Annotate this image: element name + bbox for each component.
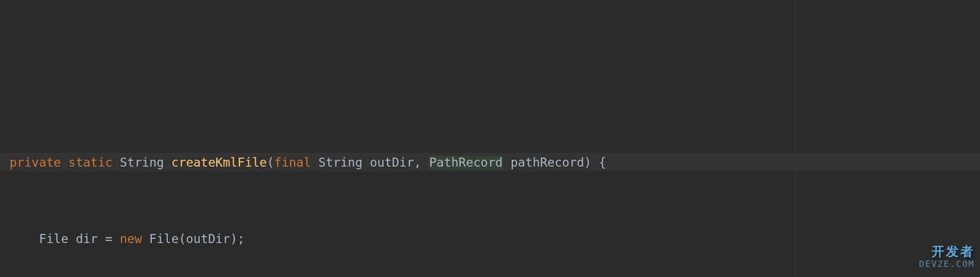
indent	[10, 232, 39, 246]
type-pathrecord-highlighted: PathRecord	[428, 155, 503, 169]
code-line[interactable]: private static String createKmlFile(fina…	[0, 153, 980, 172]
keyword-static: static	[68, 155, 113, 169]
type-string: String	[120, 155, 164, 169]
keyword-private: private	[10, 155, 61, 169]
type-string: String	[319, 155, 363, 169]
assign: dir =	[68, 232, 120, 246]
paren-open: (	[267, 155, 274, 169]
param-outdir: outDir	[370, 155, 414, 169]
code-line[interactable]: File dir = new File(outDir);	[0, 229, 980, 248]
paren-close: ) {	[584, 155, 606, 169]
watermark-sub: DEVZE.COM	[919, 255, 975, 274]
code-editor[interactable]: private static String createKmlFile(fina…	[0, 0, 980, 277]
type-file: File	[39, 232, 68, 246]
comma: ,	[414, 155, 429, 169]
keyword-new: new	[120, 232, 142, 246]
method-name: createKmlFile	[171, 155, 267, 169]
param-pathrecord: pathRecord	[503, 155, 584, 169]
ctor-call: File(outDir);	[142, 232, 245, 246]
code-line[interactable]	[0, 76, 980, 96]
keyword-final: final	[274, 155, 311, 169]
